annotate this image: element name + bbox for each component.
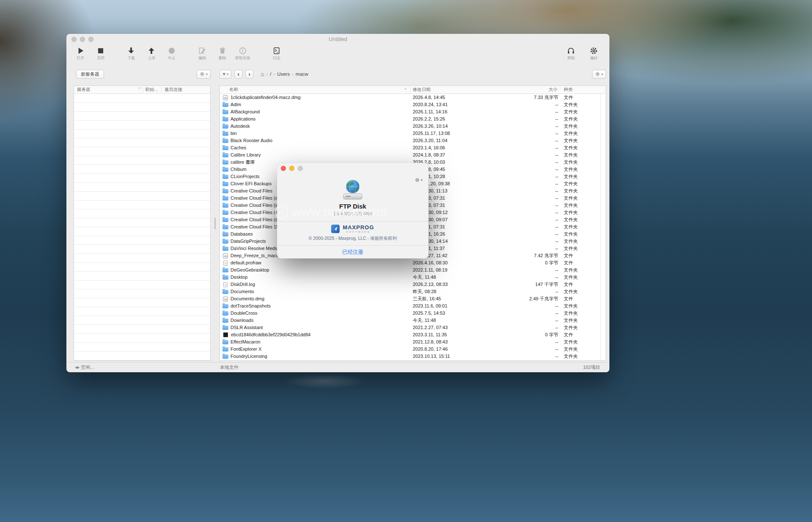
dialog-separator <box>277 221 428 222</box>
file-date: 今天, 11:48 <box>410 317 523 324</box>
file-kind: 文件夹 <box>558 231 606 238</box>
folder-icon <box>222 275 228 280</box>
about-dialog: ▾ FTP Disk 1.5.4-SCH (17) 64bit MAXPROG … <box>277 163 428 258</box>
titlebar[interactable]: Untitled <box>66 34 609 45</box>
help-button[interactable]: 帮助 <box>561 46 581 61</box>
file-name: Black Rooster Audio <box>230 137 272 144</box>
file-row[interactable]: GarageBand2021.8.20, 10:00--文件夹 <box>220 360 606 360</box>
folder-icon <box>222 103 228 107</box>
abort-button[interactable]: 中止 <box>162 46 181 61</box>
server-column-header[interactable]: 服务器 ^ <box>74 87 143 93</box>
file-name-cell: AIBackground <box>220 108 410 115</box>
breadcrumb-macw[interactable]: macw <box>296 71 308 77</box>
server-actions-menu-button[interactable]: ▾ <box>197 70 211 79</box>
favorites-menu-button[interactable]: ♥ ▾ <box>219 70 231 79</box>
dialog-actions-menu-button[interactable]: ▾ <box>414 177 422 183</box>
kind-column-header[interactable]: 种类 <box>558 87 606 93</box>
minimize-window-button[interactable] <box>80 37 85 42</box>
file-name-cell: Autodesk <box>220 123 410 130</box>
dialog-minimize-button[interactable] <box>289 166 294 171</box>
last-connect-column-header[interactable]: 最后连接 <box>162 87 210 93</box>
file-row[interactable]: Downloads今天, 11:48--文件夹 <box>220 317 606 324</box>
forward-button[interactable]: › <box>245 70 253 79</box>
file-name: GarageBand <box>230 360 257 360</box>
name-column-header[interactable]: 名称 ^ <box>220 86 410 93</box>
size-column-header[interactable]: 大小 <box>523 87 558 93</box>
file-name-cell: GarageBand <box>220 360 410 360</box>
file-size: -- <box>523 274 558 281</box>
file-row[interactable]: Documents昨天, 08:28--文件夹 <box>220 288 606 295</box>
file-row[interactable]: Autodesk2026.3.26, 10:14--文件夹 <box>220 123 606 130</box>
file-kind: 文件夹 <box>558 151 606 159</box>
file-row[interactable]: default.profraw2026.4.16, 08:300 字节文件 <box>220 259 606 266</box>
file-name: DoubleCross <box>230 310 258 317</box>
file-row[interactable]: Black Rooster Audio2026.3.20, 11:04--文件夹 <box>220 137 606 144</box>
chevron-right-icon: › <box>248 71 250 78</box>
open-button[interactable]: 打开 <box>71 46 90 61</box>
file-kind: 文件夹 <box>558 101 606 108</box>
registered-link[interactable]: 已经注册 <box>277 249 428 256</box>
dialog-zoom-button-disabled <box>298 166 303 171</box>
file-size: -- <box>523 180 558 187</box>
file-name: 1clickduplicatefinder04-macz.dmg <box>230 94 301 101</box>
file-row[interactable]: EffectMacaron2021.12.8, 08:43--文件夹 <box>220 338 606 346</box>
file-name: Creative Cloud Files 15 <box>230 223 279 231</box>
info-icon <box>238 46 247 55</box>
file-row[interactable]: Adlm2020.8.24, 13:41--文件夹 <box>220 101 606 108</box>
folder-icon <box>222 347 228 352</box>
file-row[interactable]: ebcd1846dfcddbb3ef229d0429b1dd842023.3.1… <box>220 331 606 338</box>
close-window-button[interactable] <box>71 37 77 42</box>
chevron-down-icon: ▾ <box>227 72 228 76</box>
file-row[interactable]: FoundryLicensing2023.10.13, 15:11--文件夹 <box>220 353 606 360</box>
date-column-header[interactable]: 修改日期 <box>410 87 523 93</box>
file-date: 2026.4.8, 14:45 <box>410 94 523 101</box>
file-date: 2026.1.11, 14:16 <box>410 108 523 115</box>
file-row[interactable]: DeGeoGebrasktop2022.1.11, 08:19--文件夹 <box>220 266 606 274</box>
log-button[interactable]: 日志 <box>267 46 286 61</box>
get-info-button[interactable]: 获取信息 <box>233 46 252 61</box>
file-row[interactable]: Applications2026.2.2, 15:26--文件夹 <box>220 115 606 123</box>
file-name: Calibre Library <box>230 151 261 159</box>
preferences-button[interactable]: 偏好 <box>584 46 604 61</box>
file-actions-menu-button[interactable]: ▾ <box>592 70 606 79</box>
folder-icon <box>222 304 228 308</box>
file-row[interactable]: bin2025.11.17, 13:08--文件夹 <box>220 130 606 137</box>
file-kind: 文件夹 <box>558 346 606 353</box>
file-row[interactable]: Calibre Library2024.1.8, 08:37--文件夹 <box>220 151 606 159</box>
file-row[interactable]: FontExplorer X2020.8.20, 17:46--文件夹 <box>220 346 606 353</box>
download-button[interactable]: 下载 <box>121 46 141 61</box>
file-size: 2.49 千兆字节 <box>523 295 558 302</box>
file-row[interactable]: 1clickduplicatefinder04-macz.dmg2026.4.8… <box>220 94 606 101</box>
folder-icon <box>222 225 228 229</box>
home-icon[interactable]: ⌂ <box>261 71 264 77</box>
close-button[interactable]: 关闭 <box>91 46 110 61</box>
splitter-handle-icon[interactable] <box>214 217 216 229</box>
back-button[interactable]: ‹ <box>234 70 242 79</box>
file-row[interactable]: Desktop今天, 11:48--文件夹 <box>220 274 606 281</box>
new-server-button[interactable]: 新服务器 <box>76 70 104 79</box>
file-row[interactable]: AIBackground2026.1.11, 14:16--文件夹 <box>220 108 606 115</box>
panel-splitter[interactable] <box>211 85 219 361</box>
delete-button[interactable]: 删除 <box>213 46 232 61</box>
folder-icon <box>222 211 228 215</box>
breadcrumb-users[interactable]: Users <box>277 71 290 77</box>
file-row[interactable]: DSLR Assistant2021.2.27, 07:43--文件夹 <box>220 324 606 331</box>
zoom-window-button[interactable] <box>88 37 93 42</box>
file-size: -- <box>523 115 558 123</box>
file-row[interactable]: DiskDrill.log2026.2.13, 08:33147 千字节文件 <box>220 281 606 288</box>
edit-button[interactable]: 编辑 <box>192 46 212 61</box>
server-list-header: 服务器 ^ 初始... 最后连接 <box>74 86 210 94</box>
abort-circle-icon <box>167 46 176 55</box>
dialog-close-button[interactable] <box>281 166 286 171</box>
upload-button[interactable]: 上传 <box>142 46 161 61</box>
file-kind: 文件夹 <box>558 288 606 295</box>
file-row[interactable]: dotTraceSnapshots2023.11.6, 09:01--文件夹 <box>220 302 606 310</box>
folder-icon <box>222 110 228 114</box>
file-date: 昨天, 08:28 <box>410 288 523 295</box>
file-row[interactable]: DoubleCross2025.7.5, 14:53--文件夹 <box>220 310 606 317</box>
server-list[interactable] <box>74 94 210 360</box>
file-row[interactable]: Caches2023.1.4, 16:06--文件夹 <box>220 144 606 151</box>
breadcrumb-root[interactable]: / <box>270 71 271 77</box>
initial-column-header[interactable]: 初始... <box>143 87 162 93</box>
file-row[interactable]: Documents.dmg三天前, 16:452.49 千兆字节文件 <box>220 295 606 302</box>
